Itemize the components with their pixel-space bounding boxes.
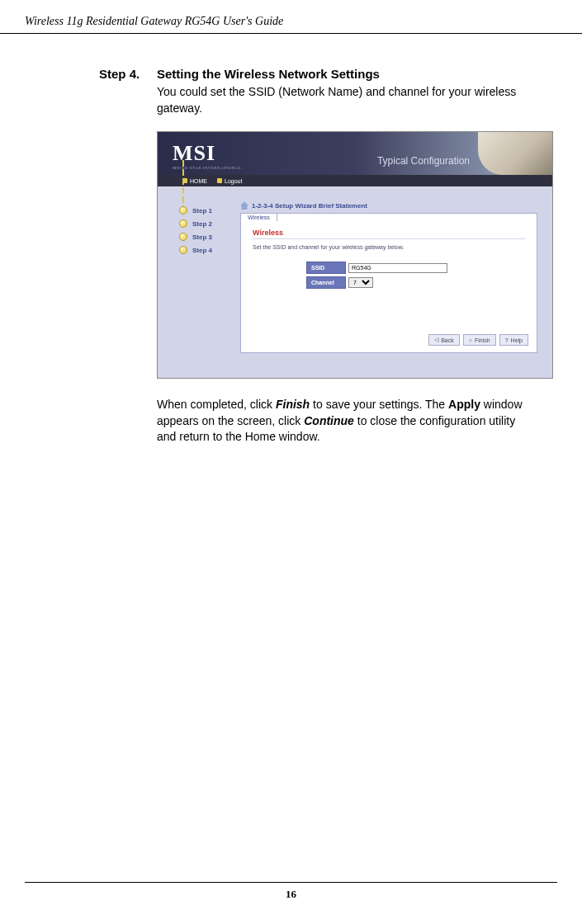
- ss-panel: Wireless Wireless Set the SSID and chann…: [240, 213, 537, 353]
- header-photo: [478, 132, 552, 175]
- step-connector: [182, 160, 184, 208]
- nav-home-label: HOME: [190, 178, 207, 184]
- help-label: Help: [511, 337, 523, 343]
- ss-main: 1-2-3-4 Setup Wizard Brief Statement Wir…: [240, 186, 552, 378]
- section-title: Wireless: [253, 229, 525, 239]
- step-dot-icon: [179, 246, 187, 254]
- channel-row: Channel 7: [306, 276, 471, 289]
- sidebar-step-4[interactable]: Step 4: [179, 246, 240, 254]
- page-header: Wireless 11g Residential Gateway RG54G U…: [0, 0, 582, 34]
- ss-sidebar: Step 1 Step 2 Step 3 Step 4: [158, 186, 240, 378]
- step-body: You could set the SSID (Network Name) an…: [157, 84, 532, 116]
- sidebar-step-2-label: Step 2: [192, 220, 212, 228]
- logout-icon: [217, 178, 222, 183]
- typical-config-label: Typical Configuration: [377, 155, 470, 167]
- panel-inner: Wireless Set the SSID and channel for yo…: [241, 214, 537, 306]
- content-area: Step 4. Setting the Wireless Network Set…: [0, 67, 582, 446]
- ssid-label: SSID: [306, 262, 346, 274]
- page-footer: 16: [0, 882, 582, 901]
- back-button[interactable]: ◁Back: [428, 334, 460, 346]
- ss-navbar: HOME Logout: [158, 175, 552, 186]
- sidebar-step-1-label: Step 1: [192, 207, 212, 214]
- help-button[interactable]: ?Help: [499, 334, 528, 346]
- finish-label: Finish: [475, 337, 490, 343]
- ssid-row: SSID: [306, 262, 471, 274]
- step-dot-icon: [179, 206, 187, 214]
- continue-emphasis: Continue: [304, 414, 354, 427]
- finish-button[interactable]: ○Finish: [463, 334, 496, 346]
- sidebar-step-3-label: Step 3: [192, 233, 212, 241]
- sidebar-step-3[interactable]: Step 3: [179, 233, 240, 241]
- breadcrumb-text: 1-2-3-4 Setup Wizard Brief Statement: [252, 202, 367, 210]
- channel-select[interactable]: 7: [348, 277, 373, 288]
- page-number: 16: [286, 888, 296, 900]
- step-heading: Step 4. Setting the Wireless Network Set…: [99, 67, 532, 81]
- section-desc: Set the SSID and channel for your wirele…: [253, 244, 525, 250]
- post-text-1b: to save your settings. The: [310, 398, 448, 411]
- ssid-input[interactable]: [348, 263, 447, 273]
- sidebar-step-2[interactable]: Step 2: [179, 219, 240, 228]
- step-number: Step 4.: [99, 67, 157, 81]
- msi-logo: MSI: [173, 141, 215, 166]
- footer-line: [25, 882, 557, 883]
- house-icon: [240, 201, 248, 210]
- back-label: Back: [441, 337, 454, 343]
- sidebar-step-1[interactable]: Step 1: [179, 206, 240, 214]
- back-icon: ◁: [434, 337, 438, 343]
- post-screenshot-text: When completed, click Finish to save you…: [157, 397, 532, 446]
- channel-field-wrap: 7: [346, 276, 471, 289]
- step-dot-icon: [179, 219, 187, 228]
- step-title: Setting the Wireless Network Settings: [157, 67, 380, 81]
- sidebar-step-4-label: Step 4: [192, 247, 212, 254]
- button-row: ◁Back ○Finish ?Help: [428, 334, 528, 346]
- channel-label: Channel: [306, 276, 346, 289]
- form-table: SSID Channel 7: [306, 262, 471, 289]
- tab-wireless[interactable]: Wireless: [240, 213, 277, 221]
- step-dot-icon: [179, 233, 187, 241]
- ss-breadcrumb: 1-2-3-4 Setup Wizard Brief Statement: [240, 201, 537, 210]
- ss-header: MSI MICRO STAR INTERNATIONAL Typical Con…: [158, 132, 552, 175]
- post-text-1a: When completed, click: [157, 398, 276, 411]
- nav-logout-label: Logout: [225, 178, 242, 184]
- nav-home[interactable]: HOME: [182, 178, 207, 184]
- embedded-screenshot: MSI MICRO STAR INTERNATIONAL Typical Con…: [157, 131, 553, 379]
- ssid-field-wrap: [346, 262, 471, 274]
- nav-logout[interactable]: Logout: [217, 178, 242, 184]
- finish-icon: ○: [469, 337, 472, 343]
- finish-emphasis: Finish: [276, 398, 310, 411]
- help-icon: ?: [505, 337, 509, 343]
- ss-body: Step 1 Step 2 Step 3 Step 4 1-2-3-4 Setu…: [158, 186, 552, 378]
- apply-emphasis: Apply: [448, 398, 480, 411]
